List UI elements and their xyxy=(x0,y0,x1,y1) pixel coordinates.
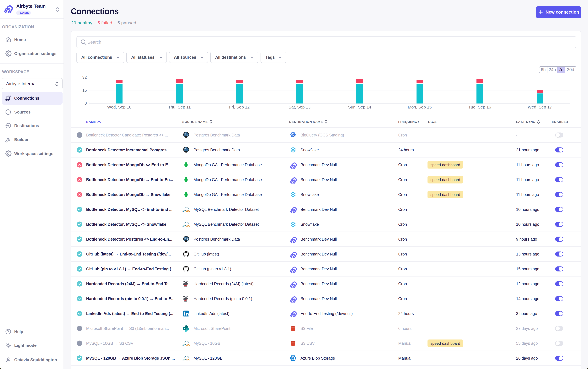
svg-text:..: .. xyxy=(189,225,189,227)
svg-text:01: 01 xyxy=(292,359,294,360)
svg-text:..: .. xyxy=(189,210,189,212)
svg-text:..: .. xyxy=(189,343,189,346)
svg-text:10: 10 xyxy=(292,357,294,359)
svg-text:..: .. xyxy=(189,358,189,361)
svg-text:S: S xyxy=(184,327,185,330)
